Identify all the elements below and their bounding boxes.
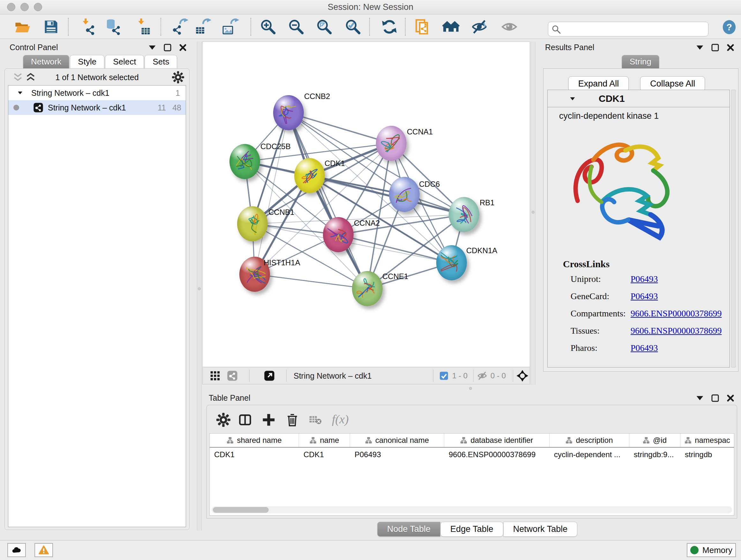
gene-header[interactable]: CDK1 — [548, 90, 730, 107]
column-header-name[interactable]: name — [299, 434, 350, 447]
import-network-file-button[interactable] — [78, 18, 96, 35]
table-cell[interactable]: 9606.ENSP00000378699 — [444, 448, 549, 462]
network-node-CDK1[interactable] — [294, 158, 325, 193]
zoom-in-button[interactable] — [259, 18, 277, 35]
import-table-button[interactable] — [134, 18, 152, 35]
tab-network[interactable]: Network — [23, 55, 69, 68]
panel-close-icon[interactable] — [179, 44, 187, 52]
column-header-@id[interactable]: @id — [629, 434, 680, 447]
panel-maximize-icon[interactable] — [711, 394, 719, 402]
column-header-shared-name[interactable]: shared name — [210, 434, 299, 447]
birdseye-target-icon[interactable] — [516, 369, 529, 382]
save-session-button[interactable] — [42, 18, 60, 35]
zoom-out-button[interactable] — [287, 18, 305, 35]
results-scrollbar[interactable] — [731, 90, 736, 368]
panel-float-menu-icon[interactable] — [696, 394, 704, 402]
panel-maximize-icon[interactable] — [711, 44, 719, 52]
panel-float-menu-icon[interactable] — [696, 44, 704, 52]
hidden-eye-icon[interactable] — [477, 371, 487, 381]
network-node-CDC6[interactable] — [389, 177, 420, 212]
help-button[interactable]: ? — [722, 20, 737, 35]
export-image-button[interactable] — [221, 18, 239, 35]
tab-edge-table[interactable]: Edge Table — [441, 522, 503, 537]
crosslink-value-link[interactable]: P06493 — [630, 343, 658, 353]
open-session-button[interactable] — [13, 18, 31, 35]
function-builder-button[interactable]: f(x) — [332, 412, 349, 426]
show-columns-icon[interactable] — [238, 413, 252, 427]
network-canvas[interactable]: CCNB2CCNA1CDC25BCDK1CDC6RB1CCNB1CCNA2CDK… — [203, 42, 530, 367]
crosslink-value-link[interactable]: 9606.ENSP00000378699 — [630, 326, 722, 336]
table-cell[interactable]: stringdb:9... — [629, 448, 680, 462]
zoom-fit-button[interactable] — [315, 18, 333, 35]
table-cell[interactable]: CDK1 — [299, 448, 350, 462]
results-panel-title: Results Panel — [545, 43, 594, 52]
import-network-database-button[interactable] — [104, 18, 122, 35]
network-row[interactable]: String Network – cdk1 11 48 — [8, 100, 186, 115]
collapse-gene-icon[interactable] — [569, 97, 576, 101]
selected-checkbox-icon[interactable] — [440, 371, 448, 380]
hide-selected-button[interactable] — [470, 18, 488, 35]
export-table-button[interactable] — [194, 18, 212, 35]
network-badge-icon[interactable] — [227, 370, 238, 381]
crosslink-value-link[interactable]: P06493 — [630, 291, 658, 301]
tab-sets[interactable]: Sets — [145, 55, 177, 68]
tab-style[interactable]: Style — [70, 55, 105, 68]
table-cell[interactable]: cyclin-dependent ... — [549, 448, 629, 462]
column-header-database-identifier[interactable]: database identifier — [444, 434, 549, 447]
table-options-gear-icon[interactable] — [216, 413, 230, 427]
network-node-CCNE1[interactable] — [352, 271, 383, 306]
delete-column-icon[interactable] — [285, 413, 299, 427]
selected-counts: 1 - 0 — [452, 371, 468, 380]
column-header-canonical-name[interactable]: canonical name — [350, 434, 444, 447]
horizontal-splitter-handle[interactable] — [469, 387, 472, 390]
zoom-selected-button[interactable] — [344, 18, 362, 35]
network-node-CDC25B[interactable] — [229, 144, 260, 179]
table-cell[interactable]: P06493 — [350, 448, 444, 462]
add-column-icon[interactable] — [262, 413, 276, 427]
memory-button[interactable]: Memory — [687, 543, 736, 557]
tab-select[interactable]: Select — [105, 55, 144, 68]
panel-maximize-icon[interactable] — [163, 44, 172, 52]
network-label: String Network – cdk1 — [48, 103, 126, 112]
crosslink-value-link[interactable]: P06493 — [630, 274, 658, 284]
table-cell[interactable]: stringdb — [680, 448, 734, 462]
network-node-CCNB2[interactable] — [273, 95, 304, 130]
table-horizontal-scrollbar[interactable] — [212, 506, 732, 513]
table-row[interactable]: CDK1CDK1P064939606.ENSP00000378699cyclin… — [210, 448, 734, 462]
export-network-button[interactable] — [171, 18, 189, 35]
refresh-view-button[interactable] — [381, 18, 398, 35]
cloud-button[interactable] — [7, 543, 26, 557]
detach-view-icon[interactable] — [264, 370, 275, 381]
network-node-CCNB1[interactable] — [237, 206, 268, 241]
grid-view-icon[interactable] — [210, 370, 220, 381]
panel-float-menu-icon[interactable] — [148, 44, 156, 52]
network-collection-row[interactable]: String Network – cdk1 1 — [8, 85, 186, 100]
tab-node-table[interactable]: Node Table — [377, 522, 441, 537]
network-node-CCNA1[interactable] — [376, 126, 407, 161]
crosslink-value-link[interactable]: 9606.ENSP00000378699 — [630, 308, 722, 319]
collapse-all-button[interactable]: Collapse All — [640, 76, 705, 91]
first-neighbors-button[interactable] — [441, 18, 461, 35]
network-node-CCNA2[interactable] — [323, 217, 354, 252]
panel-close-icon[interactable] — [726, 44, 735, 52]
panel-close-icon[interactable] — [726, 394, 735, 402]
scrollbar-thumb[interactable] — [213, 507, 269, 513]
column-header-namespac[interactable]: namespac — [680, 434, 734, 447]
network-node-CDKN1A[interactable] — [436, 245, 467, 280]
network-node-RB1[interactable] — [449, 197, 479, 232]
delete-table-icon[interactable] — [309, 413, 322, 427]
table-cell[interactable]: CDK1 — [210, 448, 299, 462]
tab-string[interactable]: String — [622, 55, 659, 68]
warnings-button[interactable] — [35, 543, 53, 557]
show-all-button[interactable] — [500, 18, 518, 35]
column-header-description[interactable]: description — [549, 434, 629, 447]
clone-network-button[interactable] — [414, 18, 432, 35]
search-input[interactable] — [563, 23, 704, 36]
network-options-gear-icon[interactable] — [172, 71, 184, 83]
tab-network-table[interactable]: Network Table — [503, 522, 578, 537]
right-splitter[interactable] — [531, 42, 536, 385]
protein-thumbnail — [299, 165, 320, 187]
tree-expand-icon[interactable] — [17, 91, 23, 95]
protein-thumbnail — [381, 133, 402, 154]
expand-all-button[interactable]: Expand All — [568, 76, 629, 91]
